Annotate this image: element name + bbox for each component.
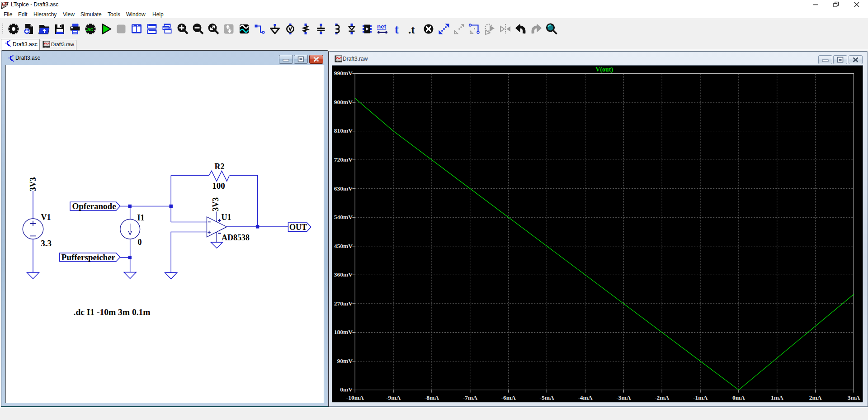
svg-text:3V3: 3V3 [28, 177, 38, 191]
svg-text:0mV: 0mV [340, 386, 353, 393]
svg-text:90mV: 90mV [337, 358, 353, 364]
svg-text:630mV: 630mV [334, 185, 353, 192]
svg-text:.dc I1 -10m 3m 0.1m: .dc I1 -10m 3m 0.1m [74, 307, 151, 317]
svg-text:450mV: 450mV [334, 243, 353, 249]
svg-text:-8mA: -8mA [425, 394, 439, 401]
svg-text:540mV: 540mV [334, 214, 353, 220]
svg-text:-1mA: -1mA [693, 394, 708, 401]
svg-text:270mV: 270mV [334, 300, 353, 307]
svg-text:-10mA: -10mA [346, 394, 364, 401]
svg-text:360mV: 360mV [334, 271, 353, 278]
svg-text:990mV: 990mV [334, 70, 353, 76]
svg-text:.t: .t [408, 24, 415, 35]
svg-text:900mV: 900mV [334, 99, 353, 105]
svg-text:0mA: 0mA [732, 394, 745, 401]
svg-text:-9mA: -9mA [386, 394, 401, 401]
svg-text:720mV: 720mV [334, 156, 353, 163]
svg-text:3V3: 3V3 [211, 197, 220, 211]
svg-text:.ac: .ac [85, 26, 93, 33]
svg-text:I1: I1 [137, 213, 145, 222]
svg-text:AD8538: AD8538 [222, 233, 250, 242]
svg-text:-4mA: -4mA [578, 394, 592, 401]
svg-text:0: 0 [138, 238, 142, 247]
svg-text:U1: U1 [222, 213, 231, 222]
svg-text:-7mA: -7mA [463, 394, 477, 401]
svg-text:OUT: OUT [289, 223, 307, 232]
svg-text:3mA: 3mA [848, 394, 860, 401]
svg-text:810mV: 810mV [334, 127, 353, 134]
svg-text:-6mA: -6mA [501, 394, 516, 401]
svg-text:-3mA: -3mA [616, 394, 631, 401]
svg-text:2mA: 2mA [809, 394, 822, 401]
svg-text:100: 100 [212, 181, 225, 191]
svg-text:3.3: 3.3 [41, 239, 52, 248]
svg-text:-2mA: -2mA [655, 394, 669, 401]
svg-text:R2: R2 [215, 162, 225, 171]
svg-text:V(out): V(out) [595, 66, 613, 73]
svg-text:180mV: 180mV [334, 329, 353, 335]
svg-text:-5mA: -5mA [539, 394, 554, 401]
svg-text:Pufferspeicher: Pufferspeicher [61, 253, 116, 262]
svg-text:V1: V1 [41, 213, 51, 222]
svg-text:net: net [377, 23, 387, 30]
svg-text:t: t [395, 23, 399, 35]
svg-text:Opferanode: Opferanode [72, 201, 116, 211]
svg-text:1mA: 1mA [771, 394, 783, 401]
